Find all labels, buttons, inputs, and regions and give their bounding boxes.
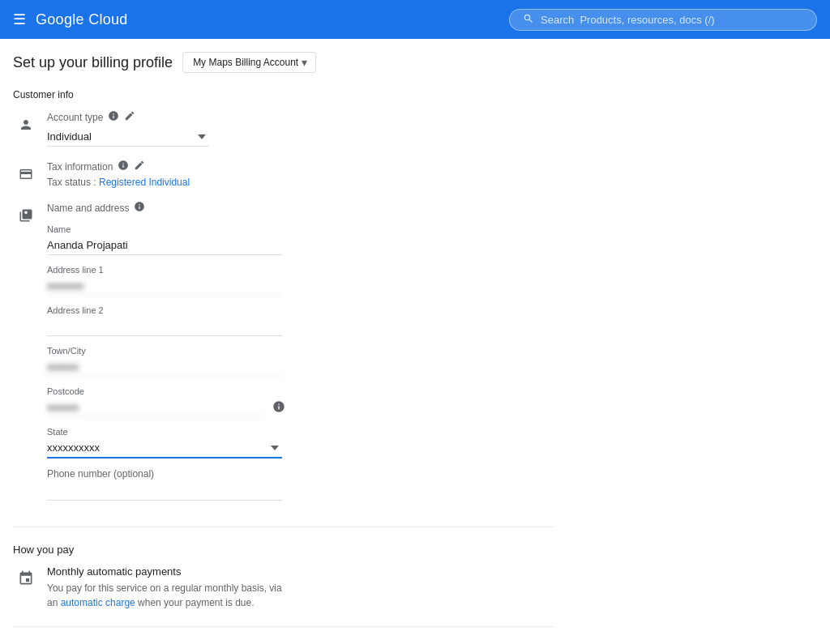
customer-info-label: Customer info — [13, 89, 554, 100]
hamburger-menu-icon[interactable]: ☰ — [13, 11, 26, 28]
account-type-content: Account type Individual Business — [47, 110, 554, 147]
tax-info-title: Tax information — [47, 161, 113, 173]
postcode-field: Postcode — [47, 386, 554, 417]
name-address-icon — [13, 203, 39, 228]
phone-label: Phone number (optional) — [47, 468, 554, 480]
google-cloud-logo: Google Cloud — [36, 11, 128, 28]
account-type-row: Account type Individual Business — [13, 110, 554, 147]
payment-type-label: Monthly automatic payments — [47, 565, 554, 578]
page-title: Set up your billing profile — [13, 54, 173, 71]
divider-1 — [13, 527, 554, 527]
tax-info-icon — [13, 161, 39, 187]
tax-information-content: Tax information Tax status : Registered … — [47, 160, 554, 188]
address1-field: Address line 1 — [47, 265, 554, 296]
account-name: My Maps Billing Account — [193, 57, 298, 68]
payment-type-content: Monthly automatic payments You pay for t… — [47, 565, 554, 610]
address1-input[interactable] — [47, 276, 282, 296]
tax-status: Tax status : Registered Individual — [47, 177, 554, 188]
main-content: Customer info Account type Individual Bu… — [0, 79, 567, 644]
top-nav: ☰ Google Cloud — [0, 0, 830, 39]
account-type-select[interactable]: Individual Business — [47, 127, 209, 147]
name-field: Name — [47, 224, 554, 255]
address2-input[interactable] — [47, 317, 282, 336]
page-header: Set up your billing profile My Maps Bill… — [0, 39, 830, 79]
phone-field: Phone number (optional) — [47, 468, 554, 501]
postcode-row — [47, 398, 554, 417]
search-bar[interactable] — [509, 9, 817, 31]
search-input[interactable] — [541, 14, 803, 26]
divider-2 — [13, 626, 554, 627]
account-type-icon — [13, 112, 39, 138]
search-icon — [523, 13, 534, 27]
how-you-pay-title: How you pay — [13, 544, 554, 556]
name-address-content: Name and address Name Address line 1 Add… — [47, 201, 554, 510]
tax-info-header: Tax information — [47, 160, 554, 173]
address2-field: Address line 2 — [47, 305, 554, 336]
city-label: Town/City — [47, 346, 554, 356]
tax-information-row: Tax information Tax status : Registered … — [13, 160, 554, 188]
city-field: Town/City — [47, 346, 554, 377]
name-address-info-icon[interactable] — [134, 201, 145, 215]
tax-info-edit-icon[interactable] — [134, 160, 145, 173]
payment-description: You pay for this service on a regular mo… — [47, 581, 282, 610]
postcode-label: Postcode — [47, 386, 554, 396]
account-type-edit-icon[interactable] — [124, 110, 135, 124]
address1-label: Address line 1 — [47, 265, 554, 275]
city-input[interactable] — [47, 357, 282, 377]
chevron-down-icon: ▾ — [302, 56, 307, 69]
tax-status-value[interactable]: Registered Individual — [99, 177, 190, 188]
payment-type-row: Monthly automatic payments You pay for t… — [13, 565, 554, 610]
automatic-charge-link[interactable]: automatic charge — [61, 597, 135, 608]
name-address-header: Name and address — [47, 201, 554, 215]
state-select[interactable]: xxxxxxxxxx — [47, 438, 282, 458]
state-label: State — [47, 427, 554, 437]
account-type-header: Account type — [47, 110, 554, 124]
account-dropdown[interactable]: My Maps Billing Account ▾ — [182, 52, 316, 73]
name-input[interactable] — [47, 236, 282, 255]
calendar-icon — [13, 565, 39, 591]
address2-label: Address line 2 — [47, 305, 554, 315]
account-type-info-icon[interactable] — [108, 110, 119, 124]
tax-info-info-icon[interactable] — [118, 160, 129, 173]
phone-input[interactable] — [47, 481, 282, 501]
name-address-title: Name and address — [47, 203, 129, 214]
account-type-title: Account type — [47, 112, 103, 123]
postcode-input[interactable] — [47, 398, 266, 417]
name-address-row: Name and address Name Address line 1 Add… — [13, 201, 554, 510]
state-field: State xxxxxxxxxx — [47, 427, 554, 458]
name-label: Name — [47, 224, 554, 234]
postcode-info-icon[interactable] — [272, 400, 285, 416]
